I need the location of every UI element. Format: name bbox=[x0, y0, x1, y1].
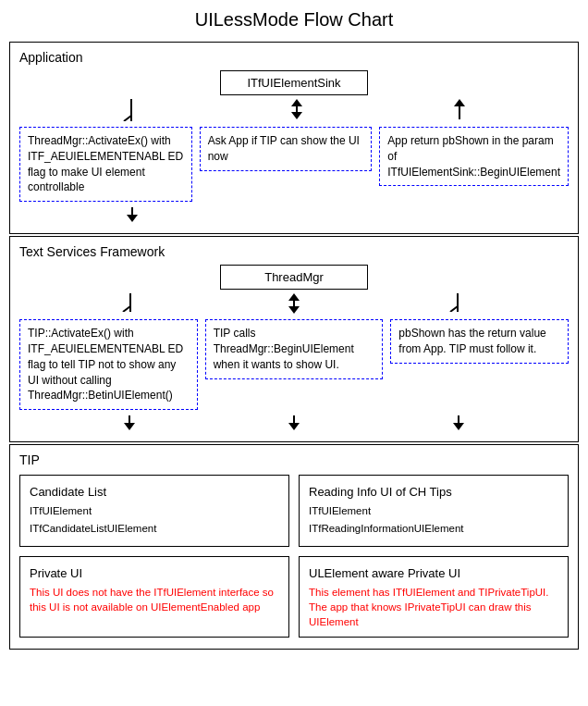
arrow-app-box-left bbox=[127, 207, 138, 222]
svg-line-7 bbox=[450, 306, 458, 312]
threadmgr-box: ThreadMgr bbox=[220, 265, 368, 290]
tip-section: TIP Candidate List ITfUIElement ITfCandi… bbox=[9, 444, 579, 650]
arrow-app-center bbox=[291, 99, 302, 121]
page-title: UILessMode Flow Chart bbox=[9, 9, 579, 31]
arrow-tsf-left bbox=[122, 293, 139, 314]
application-label: Application bbox=[19, 50, 569, 65]
tip-label: TIP bbox=[19, 452, 569, 467]
fork-down-icon bbox=[123, 108, 140, 121]
tip-item-0-sub2: ITfCandidateListUIElement bbox=[30, 521, 279, 537]
itf-element-sink-box: ITfUIElementSink bbox=[220, 70, 368, 95]
tsf-box-1: TIP calls ThreadMgr::BeginUIElement when… bbox=[205, 319, 384, 378]
tip-item-3-red: This element has ITfUIElement and TIPriv… bbox=[309, 585, 558, 629]
tip-item-0-title: Candidate List bbox=[30, 483, 279, 502]
svg-line-1 bbox=[124, 116, 131, 121]
arrow-tsf-to-tip-left bbox=[124, 415, 135, 430]
tsf-boxes-row: TIP::ActivateEx() with ITF_AEUIELEMENTEN… bbox=[19, 319, 569, 410]
tip-item-1: Reading Info UI of CH Tips ITfUIElement … bbox=[299, 475, 569, 547]
application-section: Application ITfUIElementSink Threa bbox=[9, 42, 579, 234]
tip-item-2-title: Private UI bbox=[30, 564, 279, 583]
tsf-label: Text Services Framework bbox=[19, 244, 569, 259]
svg-line-4 bbox=[123, 306, 130, 312]
tip-item-1-sub2: ITfReadingInformationUIElement bbox=[309, 521, 558, 537]
tip-item-1-title: Reading Info UI of CH Tips bbox=[309, 483, 558, 502]
arrow-app-right bbox=[454, 99, 465, 121]
app-box-0: ThreadMgr::ActivateEx() with ITF_AEUIELE… bbox=[19, 127, 192, 202]
arrow-app-left bbox=[123, 99, 140, 121]
tsf-box-2: pbShown has the return value from App. T… bbox=[390, 319, 569, 364]
tip-item-2: Private UI This UI does not have the ITf… bbox=[19, 556, 289, 638]
arrow-tsf-to-tip-center bbox=[288, 415, 300, 430]
tip-item-0: Candidate List ITfUIElement ITfCandidate… bbox=[19, 475, 289, 547]
tip-item-1-sub1: ITfUIElement bbox=[309, 503, 558, 519]
tip-item-3: ULElement aware Private UI This element … bbox=[299, 556, 569, 638]
tip-item-0-sub1: ITfUIElement bbox=[30, 503, 279, 519]
tip-item-3-title: ULElement aware Private UI bbox=[309, 564, 558, 583]
tip-grid: Candidate List ITfUIElement ITfCandidate… bbox=[19, 475, 569, 638]
tsf-section: Text Services Framework ThreadMgr bbox=[9, 236, 579, 442]
tsf-box-0: TIP::ActivateEx() with ITF_AEUIELEMENTEN… bbox=[19, 319, 198, 410]
fork-down-tsf-icon bbox=[122, 299, 139, 312]
tip-item-2-red: This UI does not have the ITfUIElement i… bbox=[30, 585, 279, 614]
fork-down-tsf-right-icon bbox=[449, 299, 466, 312]
app-box-2: App return pbShown in the param of ITfUI… bbox=[379, 127, 569, 186]
arrow-tsf-center bbox=[288, 293, 300, 314]
arrow-tsf-right bbox=[449, 293, 466, 314]
arrow-tsf-to-tip-right bbox=[453, 415, 464, 430]
app-boxes-row: ThreadMgr::ActivateEx() with ITF_AEUIELE… bbox=[19, 127, 569, 202]
app-box-1: Ask App if TIP can show the UI now bbox=[200, 127, 373, 171]
